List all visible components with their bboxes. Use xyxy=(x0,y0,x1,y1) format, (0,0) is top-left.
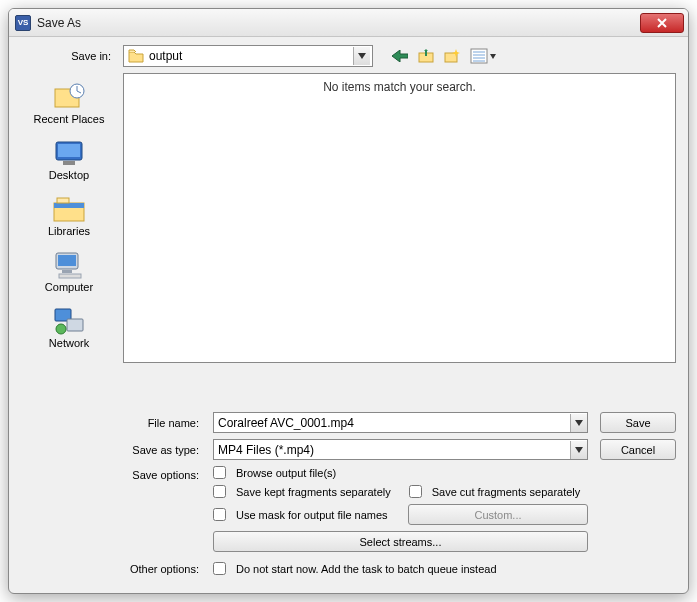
svg-rect-14 xyxy=(54,203,84,208)
svg-rect-17 xyxy=(58,255,76,266)
svg-point-22 xyxy=(56,324,66,334)
place-label: Desktop xyxy=(49,169,89,181)
file-name-value: Coralreef AVC_0001.mp4 xyxy=(218,416,570,430)
save-cut-fragments-checkbox[interactable]: Save cut fragments separately xyxy=(409,485,581,498)
app-icon: VS xyxy=(15,15,31,31)
place-recent-places[interactable]: Recent Places xyxy=(25,77,113,133)
browse-output-checkbox[interactable]: Browse output file(s) xyxy=(213,466,588,479)
close-icon xyxy=(657,18,667,28)
checkbox-label: Browse output file(s) xyxy=(236,467,336,479)
checkbox-input[interactable] xyxy=(213,466,226,479)
select-streams-button[interactable]: Select streams... xyxy=(213,531,588,552)
checkbox-input[interactable] xyxy=(409,485,422,498)
nav-toolbar xyxy=(391,47,499,65)
view-menu-icon[interactable] xyxy=(469,47,499,65)
file-name-field[interactable]: Coralreef AVC_0001.mp4 xyxy=(213,412,588,433)
file-name-label: File name: xyxy=(21,417,213,429)
other-options-label: Other options: xyxy=(21,563,213,575)
svg-rect-21 xyxy=(67,319,83,331)
chevron-down-icon xyxy=(570,414,587,432)
svg-rect-11 xyxy=(58,144,80,157)
save-options-label: Save options: xyxy=(21,466,213,481)
libraries-icon xyxy=(51,193,87,225)
batch-queue-checkbox[interactable]: Do not start now. Add the task to batch … xyxy=(213,562,588,575)
place-label: Computer xyxy=(45,281,93,293)
checkbox-label: Use mask for output file names xyxy=(236,509,388,521)
back-icon[interactable] xyxy=(391,47,409,65)
recent-places-icon xyxy=(51,81,87,113)
cancel-button[interactable]: Cancel xyxy=(600,439,676,460)
save-in-label: Save in: xyxy=(21,50,117,62)
up-one-level-icon[interactable] xyxy=(417,47,435,65)
close-button[interactable] xyxy=(640,13,684,33)
places-bar: Recent Places Desktop xyxy=(21,73,117,402)
save-in-value: output xyxy=(149,49,353,63)
chevron-down-icon xyxy=(570,441,587,459)
window-title: Save As xyxy=(37,16,640,30)
network-icon xyxy=(51,305,87,337)
svg-rect-18 xyxy=(62,270,72,273)
svg-rect-12 xyxy=(63,161,75,165)
chevron-down-icon xyxy=(353,47,370,65)
save-as-type-value: MP4 Files (*.mp4) xyxy=(218,443,570,457)
desktop-icon xyxy=(51,137,87,169)
checkbox-label: Save cut fragments separately xyxy=(432,486,581,498)
place-computer[interactable]: Computer xyxy=(25,245,113,301)
save-as-dialog: VS Save As Save in: output xyxy=(8,8,689,594)
svg-rect-15 xyxy=(57,198,69,203)
place-label: Recent Places xyxy=(34,113,105,125)
custom-mask-button: Custom... xyxy=(408,504,588,525)
place-libraries[interactable]: Libraries xyxy=(25,189,113,245)
place-label: Libraries xyxy=(48,225,90,237)
empty-message: No items match your search. xyxy=(323,80,476,362)
save-button[interactable]: Save xyxy=(600,412,676,433)
save-kept-fragments-checkbox[interactable]: Save kept fragments separately xyxy=(213,485,391,498)
save-as-type-dropdown[interactable]: MP4 Files (*.mp4) xyxy=(213,439,588,460)
save-as-type-label: Save as type: xyxy=(21,444,213,456)
checkbox-input[interactable] xyxy=(213,485,226,498)
file-list-pane[interactable]: No items match your search. xyxy=(123,73,676,363)
save-in-dropdown[interactable]: output xyxy=(123,45,373,67)
svg-rect-1 xyxy=(425,51,427,56)
checkbox-label: Save kept fragments separately xyxy=(236,486,391,498)
place-network[interactable]: Network xyxy=(25,301,113,357)
folder-icon xyxy=(128,49,144,63)
checkbox-input[interactable] xyxy=(213,562,226,575)
svg-rect-19 xyxy=(59,274,81,278)
place-desktop[interactable]: Desktop xyxy=(25,133,113,189)
new-folder-icon[interactable] xyxy=(443,47,461,65)
checkbox-input[interactable] xyxy=(213,508,226,521)
titlebar: VS Save As xyxy=(9,9,688,37)
checkbox-label: Do not start now. Add the task to batch … xyxy=(236,563,497,575)
computer-icon xyxy=(51,249,87,281)
place-label: Network xyxy=(49,337,89,349)
use-mask-checkbox[interactable]: Use mask for output file names xyxy=(213,508,396,521)
